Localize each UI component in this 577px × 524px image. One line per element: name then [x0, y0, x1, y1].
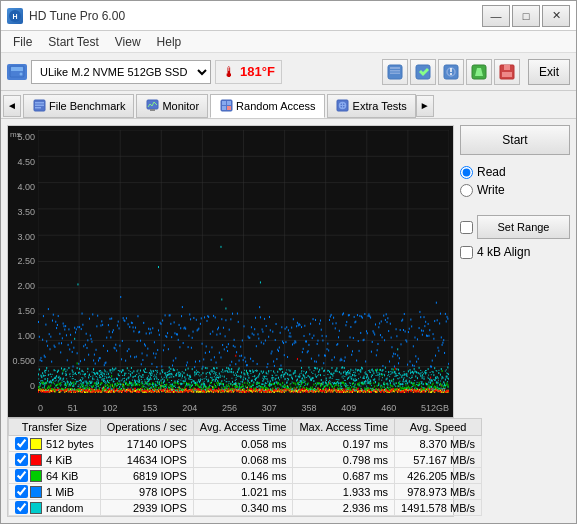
row-checkbox-2[interactable]: [15, 469, 28, 482]
svg-rect-3: [11, 67, 23, 71]
align-label: 4 kB Align: [477, 245, 530, 259]
align-checkbox-label[interactable]: 4 kB Align: [460, 245, 570, 259]
row-checkbox-1[interactable]: [15, 453, 28, 466]
y-label-250: 2.50: [8, 256, 38, 266]
y-label-2: 2.00: [8, 281, 38, 291]
results-table: Transfer Size Operations / sec Avg. Acce…: [8, 417, 453, 516]
save-icon[interactable]: [494, 59, 520, 85]
tab-monitor[interactable]: Monitor: [136, 94, 208, 118]
app-icon: H: [7, 8, 23, 24]
row-checkbox-3[interactable]: [15, 485, 28, 498]
svg-rect-24: [222, 101, 226, 105]
error-scan-icon[interactable]: [438, 59, 464, 85]
tab-random-access[interactable]: Random Access: [210, 94, 324, 118]
toolbar-icons: [382, 59, 520, 85]
svg-rect-22: [150, 109, 155, 111]
window-title: HD Tune Pro 6.00: [29, 9, 482, 23]
color-box-2: [30, 470, 42, 482]
read-radio-text: Read: [477, 165, 506, 179]
align-checkbox[interactable]: [460, 246, 473, 259]
table-row: 1 MiB 978 IOPS 1.021 ms 1.933 ms 978.973…: [9, 484, 482, 500]
cell-label: random: [9, 500, 101, 516]
row-checkbox-4[interactable]: [15, 501, 28, 514]
cell-label-text: 1 MiB: [46, 486, 74, 498]
close-button[interactable]: ✕: [542, 5, 570, 27]
y-unit-label: ms: [10, 130, 21, 139]
menu-view[interactable]: View: [107, 33, 149, 50]
maximize-button[interactable]: □: [512, 5, 540, 27]
cell-ops: 14634 IOPS: [100, 452, 193, 468]
x-label-0: 0: [38, 403, 43, 413]
col-avg-access: Avg. Access Time: [193, 419, 293, 436]
main-window: H HD Tune Pro 6.00 — □ ✕ File Start Test…: [0, 0, 577, 524]
x-label-204: 204: [182, 403, 197, 413]
title-bar: H HD Tune Pro 6.00 — □ ✕: [1, 1, 576, 31]
exit-button[interactable]: Exit: [528, 59, 570, 85]
cell-label-text: 512 bytes: [46, 438, 94, 450]
x-label-102: 102: [103, 403, 118, 413]
tab-random-access-label: Random Access: [236, 100, 315, 112]
write-radio[interactable]: [460, 184, 473, 197]
set-range-button[interactable]: Set Range: [477, 215, 570, 239]
x-label-51: 51: [68, 403, 78, 413]
cell-label-text: random: [46, 502, 83, 514]
svg-rect-16: [504, 65, 510, 70]
erase-icon[interactable]: [466, 59, 492, 85]
menu-start-test[interactable]: Start Test: [40, 33, 106, 50]
menu-file[interactable]: File: [5, 33, 40, 50]
info-icon[interactable]: [382, 59, 408, 85]
y-label-3: 3.00: [8, 232, 38, 242]
cell-avg-access: 0.058 ms: [193, 436, 293, 452]
table-row: random 2939 IOPS 0.340 ms 2.936 ms 1491.…: [9, 500, 482, 516]
svg-text:H: H: [12, 13, 17, 20]
minimize-button[interactable]: —: [482, 5, 510, 27]
controls-panel: Start Read Write Set Range: [460, 125, 570, 517]
tab-prev-button[interactable]: ◄: [3, 95, 21, 117]
cell-max-access: 2.936 ms: [293, 500, 395, 516]
temperature-value: 181°F: [240, 64, 275, 79]
write-radio-label[interactable]: Write: [460, 183, 570, 197]
col-max-access: Max. Access Time: [293, 419, 395, 436]
cell-label-text: 4 KiB: [46, 454, 72, 466]
set-range-checkbox[interactable]: [460, 221, 473, 234]
row-checkbox-0[interactable]: [15, 437, 28, 450]
drive-dropdown[interactable]: ULike M.2 NVME 512GB SSD: [31, 60, 211, 84]
y-label-1: 1.00: [8, 331, 38, 341]
window-controls: — □ ✕: [482, 5, 570, 27]
cell-label: 4 KiB: [9, 452, 101, 468]
cell-ops: 978 IOPS: [100, 484, 193, 500]
svg-rect-7: [390, 70, 400, 72]
menu-help[interactable]: Help: [149, 33, 190, 50]
cell-label-text: 64 KiB: [46, 470, 78, 482]
health-icon[interactable]: [410, 59, 436, 85]
cell-ops: 2939 IOPS: [100, 500, 193, 516]
cell-ops: 17140 IOPS: [100, 436, 193, 452]
cell-avg-access: 0.340 ms: [193, 500, 293, 516]
x-label-153: 153: [142, 403, 157, 413]
x-label-512gb: 512GB: [421, 403, 449, 413]
tab-file-benchmark[interactable]: File Benchmark: [23, 94, 134, 118]
tab-extra-tests[interactable]: Extra Tests: [327, 94, 416, 118]
read-radio[interactable]: [460, 166, 473, 179]
x-label-307: 307: [262, 403, 277, 413]
y-label-4: 4.00: [8, 182, 38, 192]
file-benchmark-icon: [32, 99, 46, 113]
start-button[interactable]: Start: [460, 125, 570, 155]
write-radio-text: Write: [477, 183, 505, 197]
toolbar: ULike M.2 NVME 512GB SSD 🌡 181°F Exi: [1, 53, 576, 91]
svg-rect-18: [35, 102, 44, 104]
chart-area: ms 5.00 4.50 4.00 3.50 3.00 2.50 2.00 1.…: [8, 126, 453, 417]
main-content: ms 5.00 4.50 4.00 3.50 3.00 2.50 2.00 1.…: [1, 119, 576, 523]
cell-avg-access: 0.068 ms: [193, 452, 293, 468]
read-radio-label[interactable]: Read: [460, 165, 570, 179]
svg-rect-8: [390, 72, 400, 74]
y-label-0: 0: [8, 381, 38, 391]
cell-label: 64 KiB: [9, 468, 101, 484]
y-label-350: 3.50: [8, 207, 38, 217]
x-label-409: 409: [341, 403, 356, 413]
tab-file-benchmark-label: File Benchmark: [49, 100, 125, 112]
drive-icon: [7, 64, 27, 80]
cell-label: 1 MiB: [9, 484, 101, 500]
tab-next-button[interactable]: ►: [416, 95, 434, 117]
svg-rect-20: [35, 107, 41, 109]
